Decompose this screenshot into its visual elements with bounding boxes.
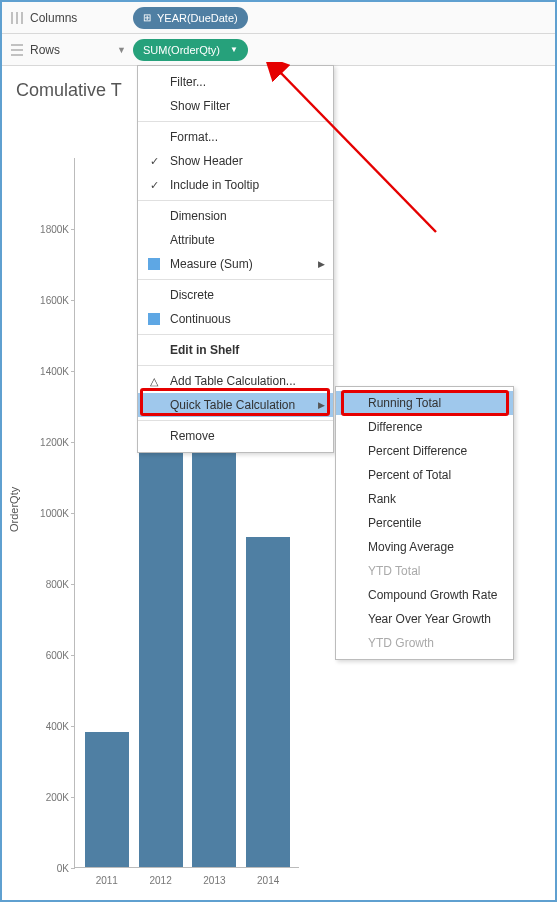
menu-item[interactable]: Dimension: [138, 204, 333, 228]
menu-item-label: Remove: [170, 429, 215, 443]
menu-item[interactable]: △Add Table Calculation...: [138, 369, 333, 393]
menu-item[interactable]: Measure (Sum)▶: [138, 252, 333, 276]
pill-context-menu[interactable]: Filter...Show FilterFormat...✓Show Heade…: [137, 65, 334, 453]
bar[interactable]: [139, 441, 183, 867]
y-axis-label: OrderQty: [8, 487, 20, 532]
bar[interactable]: [85, 732, 129, 867]
rows-shelf[interactable]: Rows ▼ SUM(OrderQty) ▼: [2, 34, 555, 66]
submenu-arrow-icon: ▶: [318, 259, 325, 269]
chevron-down-icon[interactable]: ▼: [117, 45, 125, 55]
quick-table-calc-submenu[interactable]: Running TotalDifferencePercent Differenc…: [335, 386, 514, 660]
submenu-item-label: Moving Average: [368, 540, 454, 554]
triangle-icon: △: [146, 375, 162, 388]
menu-item[interactable]: Quick Table Calculation▶: [138, 393, 333, 417]
menu-item[interactable]: Edit in Shelf: [138, 338, 333, 362]
date-plus-icon: ⊞: [143, 12, 151, 23]
pill-dropdown-icon[interactable]: ▼: [230, 45, 238, 54]
check-icon: ✓: [146, 179, 162, 192]
menu-item[interactable]: Attribute: [138, 228, 333, 252]
x-tick: 2014: [246, 867, 290, 886]
menu-item-label: Filter...: [170, 75, 206, 89]
submenu-item-label: Year Over Year Growth: [368, 612, 491, 626]
columns-pill[interactable]: ⊞ YEAR(DueDate): [133, 7, 248, 29]
columns-pill-label: YEAR(DueDate): [157, 12, 238, 24]
menu-item[interactable]: Discrete: [138, 283, 333, 307]
y-tick-mark: [71, 726, 75, 727]
menu-item-label: Format...: [170, 130, 218, 144]
y-tick-mark: [71, 442, 75, 443]
menu-item[interactable]: Format...: [138, 125, 333, 149]
y-tick: 600K: [30, 650, 75, 661]
rows-shelf-label: Rows ▼: [10, 43, 125, 57]
menu-item-label: Show Filter: [170, 99, 230, 113]
y-tick-mark: [71, 797, 75, 798]
menu-item-label: Add Table Calculation...: [170, 374, 296, 388]
submenu-item[interactable]: Year Over Year Growth: [336, 607, 513, 631]
y-tick-mark: [71, 584, 75, 585]
rows-pill-label: SUM(OrderQty): [143, 44, 220, 56]
submenu-item: YTD Total: [336, 559, 513, 583]
submenu-item-label: Compound Growth Rate: [368, 588, 497, 602]
menu-item-label: Attribute: [170, 233, 215, 247]
menu-item[interactable]: Remove: [138, 424, 333, 448]
submenu-item[interactable]: Percent Difference: [336, 439, 513, 463]
submenu-arrow-icon: ▶: [318, 400, 325, 410]
menu-item[interactable]: Continuous: [138, 307, 333, 331]
menu-item[interactable]: Filter...: [138, 70, 333, 94]
y-tick-mark: [71, 513, 75, 514]
y-tick: 1600K: [30, 295, 75, 306]
menu-separator: [138, 279, 333, 280]
y-tick: 1800K: [30, 224, 75, 235]
bar[interactable]: [246, 537, 290, 867]
y-tick: 1400K: [30, 366, 75, 377]
columns-shelf[interactable]: Columns ⊞ YEAR(DueDate): [2, 2, 555, 34]
menu-item-label: Dimension: [170, 209, 227, 223]
columns-shelf-label: Columns: [10, 11, 125, 25]
columns-label-text: Columns: [30, 11, 77, 25]
menu-item[interactable]: ✓Include in Tooltip: [138, 173, 333, 197]
y-tick-mark: [71, 229, 75, 230]
menu-item-label: Edit in Shelf: [170, 343, 239, 357]
columns-icon: [10, 11, 24, 25]
rows-pill[interactable]: SUM(OrderQty) ▼: [133, 39, 248, 61]
submenu-item[interactable]: Percentile: [336, 511, 513, 535]
menu-item-label: Quick Table Calculation: [170, 398, 295, 412]
submenu-item[interactable]: Rank: [336, 487, 513, 511]
submenu-item[interactable]: Running Total: [336, 391, 513, 415]
y-tick: 0K: [30, 863, 75, 874]
y-tick: 1000K: [30, 508, 75, 519]
submenu-item[interactable]: Difference: [336, 415, 513, 439]
menu-item-label: Discrete: [170, 288, 214, 302]
x-tick: 2013: [192, 867, 236, 886]
submenu-item-label: Percent of Total: [368, 468, 451, 482]
menu-separator: [138, 420, 333, 421]
submenu-item-label: Percentile: [368, 516, 421, 530]
submenu-item[interactable]: Moving Average: [336, 535, 513, 559]
menu-item-label: Include in Tooltip: [170, 178, 259, 192]
y-tick: 1200K: [30, 437, 75, 448]
menu-separator: [138, 200, 333, 201]
submenu-item[interactable]: Compound Growth Rate: [336, 583, 513, 607]
x-tick: 2012: [139, 867, 183, 886]
submenu-item-label: YTD Growth: [368, 636, 434, 650]
y-tick: 400K: [30, 721, 75, 732]
x-tick: 2011: [85, 867, 129, 886]
menu-item[interactable]: ✓Show Header: [138, 149, 333, 173]
submenu-item: YTD Growth: [336, 631, 513, 655]
y-tick: 200K: [30, 792, 75, 803]
y-tick-mark: [71, 655, 75, 656]
menu-item[interactable]: Show Filter: [138, 94, 333, 118]
menu-item-label: Continuous: [170, 312, 231, 326]
y-tick: 800K: [30, 579, 75, 590]
menu-separator: [138, 365, 333, 366]
submenu-item-label: Percent Difference: [368, 444, 467, 458]
bullet-icon: [148, 313, 160, 325]
bullet-icon: [148, 258, 160, 270]
submenu-item-label: YTD Total: [368, 564, 420, 578]
bar[interactable]: [192, 441, 236, 867]
submenu-item-label: Difference: [368, 420, 422, 434]
menu-separator: [138, 121, 333, 122]
submenu-item[interactable]: Percent of Total: [336, 463, 513, 487]
rows-icon: [10, 43, 24, 57]
submenu-item-label: Running Total: [368, 396, 441, 410]
